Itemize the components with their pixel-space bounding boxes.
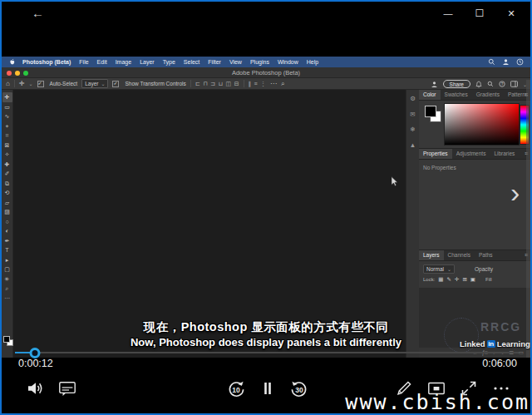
total-duration: 0:06:00 [482, 358, 517, 369]
apple-logo-icon [8, 58, 15, 66]
video-edge-strip [526, 80, 530, 358]
menu-item: File [75, 59, 92, 65]
window-titlebar: ← — ☐ ✕ [2, 2, 530, 25]
menu-item: Window [273, 59, 303, 65]
document-canvas [13, 90, 406, 358]
menu-item: Type [159, 59, 180, 65]
minimize-button[interactable]: — [432, 2, 464, 25]
panel-tab: Adjustments [452, 149, 490, 159]
notifications-bell-icon [475, 81, 482, 88]
hand-tool: ✳ [2, 274, 12, 284]
linkedin-learning-logo: Linked in Learning [460, 339, 530, 348]
history-brush-tool: ⟲ [2, 188, 12, 198]
frame-tool: ⊠ [2, 141, 12, 151]
zoom-levels-icon: ⌕ [281, 80, 284, 88]
color-swatch-pair [425, 106, 441, 122]
spotlight-search-icon [488, 58, 495, 66]
collapsed-panel-icon-4: ▲ [410, 142, 416, 149]
home-icon: ⌂ [6, 80, 10, 87]
seek-handle[interactable] [30, 348, 41, 358]
align-icon: ⊔ [219, 81, 223, 87]
properties-panel-tabs: PropertiesAdjustmentsLibraries ≡ [419, 149, 530, 160]
lock-all-icon: ▣ [470, 276, 475, 283]
panel-tab: Channels [444, 250, 475, 260]
foreground-swatch [425, 106, 436, 117]
rewind-10-button[interactable]: 10 [226, 378, 246, 398]
current-time: 0:00:12 [18, 358, 53, 369]
subtitle-block: 现在，Photoshop 显示面板的方式有些不同 Now, Photoshop … [2, 319, 530, 348]
layers-panel-tabs: LayersChannelsPaths ≡ [419, 250, 530, 261]
menu-item: Filter [204, 59, 225, 65]
menu-item: View [225, 59, 246, 65]
traffic-light-zoom [23, 71, 28, 76]
share-button: Share [443, 80, 470, 88]
zoom-tool: ⌕ [2, 284, 12, 294]
distribute-icons: ∥≡⋮ [249, 81, 267, 87]
next-chevron[interactable]: › [510, 178, 520, 206]
subtitle-chinese: 现在，Photoshop 显示面板的方式有些不同 [2, 319, 530, 335]
no-properties-text: No Properties [423, 165, 456, 170]
move-tool: ✛ [2, 92, 12, 102]
path-selection-tool: ▸ [2, 255, 12, 265]
distribute-icon: ∥ [249, 81, 252, 87]
workspace-switcher-icon [510, 81, 518, 87]
pause-button[interactable] [258, 378, 278, 398]
align-icon: ⊓ [203, 81, 207, 87]
collapsed-panel-icon-2: ✉ [410, 111, 415, 118]
fill-label: Fill [485, 277, 492, 282]
more-options-icon: ⋯ [270, 80, 277, 87]
forward-30-button[interactable]: 30 [289, 378, 309, 398]
subtitle-english: Now, Photoshop does display panels a bit… [2, 336, 530, 348]
move-tool-icon: ✛ [19, 80, 25, 87]
saturation-brightness-field [444, 103, 520, 146]
show-transform-checkbox [112, 81, 119, 87]
collapsed-panels-strip: ⚙✉❄▲ [406, 90, 419, 358]
auto-select-checkbox [37, 81, 44, 87]
video-area[interactable]: Photoshop (Beta) FileEditImageLayerTypeS… [2, 57, 530, 358]
linkedin-in-badge: in [487, 340, 495, 348]
pen-tool: ✒ [2, 236, 12, 246]
photoshop-titlebar: Adobe Photoshop (Beta) [2, 67, 530, 78]
lock-position-icon: ✛ [455, 276, 459, 283]
blur-tool: ○ [2, 217, 12, 227]
auto-select-label: Auto-Select [50, 81, 78, 86]
lock-transparency-icon: ▦ [438, 276, 443, 283]
menu-item: Plugins [246, 59, 273, 65]
titlebar-right-cluster: Share ? ⌄ [431, 78, 527, 90]
maximize-button[interactable]: ☐ [464, 2, 495, 25]
menubar-items: FileEditImageLayerTypeSelectFilterViewPl… [75, 59, 323, 65]
seek-bar[interactable] [15, 352, 519, 353]
panel-dock: ColorSwatchesGradientsPatterns ≡ Propert… [419, 90, 530, 358]
panel-tab: Properties [419, 149, 452, 159]
captions-button[interactable] [57, 378, 77, 398]
menu-item: Edit [93, 59, 111, 65]
volume-button[interactable] [25, 378, 45, 398]
panel-tab: Layers [419, 250, 444, 260]
panel-tab: Paths [475, 250, 497, 260]
toolbar-tools: ✛▭∿⌖⌗⊠✧✚✐⧉⟲▱▨○◐✒T▸▢✳⌕⋯ [2, 90, 12, 303]
blend-mode-dropdown: Normal ⌄ [423, 264, 455, 274]
brush-tool: ✐ [2, 169, 12, 179]
site-watermark: www.cbish.com [345, 390, 530, 414]
divider [14, 80, 15, 87]
shape-tool: ▢ [2, 264, 12, 274]
clock-icon [516, 58, 524, 66]
color-panel: ColorSwatchesGradientsPatterns ≡ [419, 90, 530, 148]
menu-item: Select [180, 59, 204, 65]
crop-tool: ⌗ [2, 131, 12, 141]
search-icon [487, 81, 494, 87]
dodge-tool: ◐ [2, 226, 12, 236]
menu-item: Help [303, 59, 323, 65]
blend-opacity-row: Normal ⌄ Opacity [419, 263, 530, 274]
lock-label: Lock: [423, 277, 435, 282]
show-transform-label: Show Transform Controls [125, 81, 185, 86]
panel-tab: Gradients [472, 90, 504, 100]
close-button[interactable]: ✕ [495, 2, 527, 25]
eyedropper-tool: ✧ [2, 150, 12, 160]
color-panel-tabs: ColorSwatchesGradientsPatterns ≡ [419, 90, 530, 101]
lock-artboard-icon: ⊞ [462, 276, 466, 283]
back-button[interactable]: ← [32, 6, 44, 20]
collapsed-panel-icon-3: ❄ [410, 126, 415, 133]
macos-menubar: Photoshop (Beta) FileEditImageLayerTypeS… [2, 57, 530, 67]
more-tools-icon: ⋯ [2, 294, 12, 304]
